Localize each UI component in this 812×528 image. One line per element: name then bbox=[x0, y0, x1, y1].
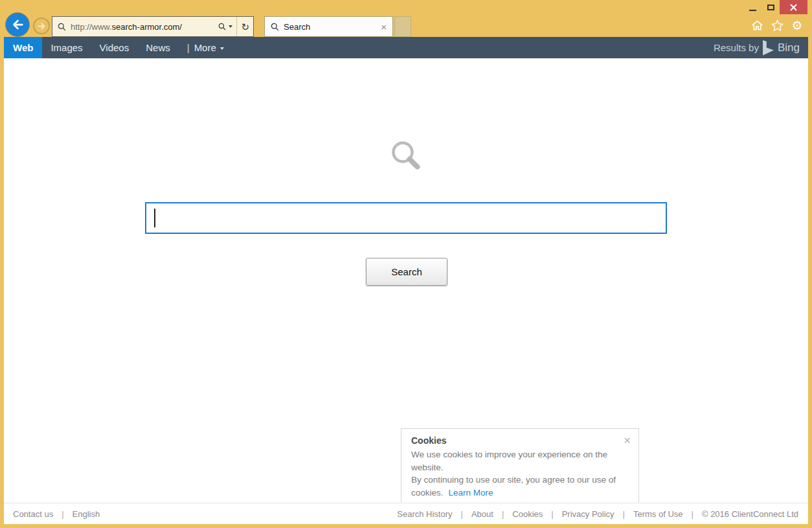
footer-link-privacy-policy[interactable]: Privacy Policy bbox=[562, 509, 615, 519]
back-icon bbox=[10, 17, 25, 32]
nav-tab-news[interactable]: News bbox=[137, 37, 179, 58]
footer-separator: | bbox=[623, 509, 625, 519]
search-icon bbox=[58, 23, 66, 31]
close-button[interactable] bbox=[780, 0, 807, 14]
cookies-title: Cookies bbox=[411, 435, 628, 446]
settings-button[interactable]: ⚙ bbox=[790, 19, 804, 32]
search-input[interactable] bbox=[145, 202, 667, 234]
search-icon bbox=[218, 23, 226, 30]
cookies-popup: Cookies × We use cookies to improve your… bbox=[401, 428, 639, 508]
footer-separator: | bbox=[502, 509, 504, 519]
footer-separator: | bbox=[692, 509, 694, 519]
footer-separator: | bbox=[461, 509, 463, 519]
nav-tab-images[interactable]: Images bbox=[42, 37, 91, 58]
new-tab-button[interactable] bbox=[394, 16, 411, 37]
cookies-message: We use cookies to improve your experienc… bbox=[411, 448, 628, 499]
results-by-label: Results by bbox=[714, 42, 759, 53]
footer-link-terms-of-use[interactable]: Terms of Use bbox=[633, 509, 683, 519]
results-by-bing: Results by Bing bbox=[714, 37, 808, 58]
home-icon bbox=[751, 19, 763, 31]
page-content: Search Cookies × We use cookies to impro… bbox=[4, 58, 808, 503]
bing-label: Bing bbox=[778, 41, 800, 54]
cookies-line-3: cookies.Learn More bbox=[411, 487, 628, 499]
refresh-button[interactable]: ↻ bbox=[237, 17, 253, 36]
nav-more-label: More bbox=[194, 42, 216, 53]
nav-tab-more[interactable]: | More bbox=[179, 37, 232, 58]
footer-separator: | bbox=[551, 509, 553, 519]
nav-more-divider: | bbox=[187, 42, 190, 53]
footer-link-cookies[interactable]: Cookies bbox=[512, 509, 543, 519]
minimize-button[interactable] bbox=[743, 0, 761, 14]
search-icon bbox=[271, 23, 279, 31]
cookies-line-2: By continuing to use our site, you agree… bbox=[411, 474, 628, 487]
favorites-button[interactable] bbox=[770, 19, 784, 32]
nav-tab-videos[interactable]: Videos bbox=[91, 37, 138, 58]
maximize-icon bbox=[767, 5, 774, 10]
browser-window: http://www.search-armor.com/ ↻ Search × … bbox=[0, 0, 812, 528]
refresh-icon: ↻ bbox=[241, 22, 249, 32]
url-text[interactable]: http://www.search-armor.com/ bbox=[71, 22, 214, 32]
browser-tab[interactable]: Search × bbox=[264, 16, 393, 37]
forward-icon bbox=[37, 21, 47, 31]
cookies-close-button[interactable]: × bbox=[624, 434, 631, 446]
forward-button[interactable] bbox=[33, 17, 50, 34]
url-prefix: http://www. bbox=[71, 22, 112, 32]
home-button[interactable] bbox=[750, 19, 764, 32]
footer-copyright: © 2016 ClientConnect Ltd bbox=[702, 509, 798, 519]
back-button[interactable] bbox=[5, 12, 30, 37]
caret-down-icon bbox=[229, 25, 232, 28]
nav-tab-web[interactable]: Web bbox=[4, 37, 42, 58]
footer-left-links: Contact us | English bbox=[13, 509, 100, 519]
search-button[interactable]: Search bbox=[366, 258, 447, 286]
text-caret bbox=[154, 209, 155, 227]
footer-link-english[interactable]: English bbox=[73, 509, 100, 519]
maximize-button[interactable] bbox=[761, 0, 780, 14]
footer-link-about[interactable]: About bbox=[471, 509, 493, 519]
close-icon bbox=[790, 4, 797, 11]
tab-close-button[interactable]: × bbox=[381, 22, 387, 32]
footer-link-contact-us[interactable]: Contact us bbox=[13, 509, 53, 519]
search-navbar: Web Images Videos News | More Results by… bbox=[4, 37, 808, 58]
bing-icon bbox=[763, 40, 774, 56]
footer-right-links: Search History | About | Cookies | Priva… bbox=[397, 509, 798, 519]
url-domain: search-armor.com/ bbox=[112, 22, 182, 32]
footer-separator: | bbox=[62, 509, 63, 519]
search-icon bbox=[387, 137, 426, 179]
cookies-line-1: We use cookies to improve your experienc… bbox=[411, 448, 628, 474]
address-search-dropdown[interactable] bbox=[214, 17, 236, 36]
favorites-icon bbox=[771, 19, 784, 31]
minimize-icon bbox=[749, 10, 756, 11]
footer: Contact us | English Search History | Ab… bbox=[4, 503, 808, 524]
learn-more-link[interactable]: Learn More bbox=[449, 488, 493, 498]
address-bar[interactable]: http://www.search-armor.com/ ↻ bbox=[52, 16, 254, 37]
footer-link-search-history[interactable]: Search History bbox=[397, 509, 452, 519]
caret-down-icon bbox=[220, 47, 224, 50]
tab-title: Search bbox=[284, 22, 381, 32]
settings-icon: ⚙ bbox=[791, 19, 802, 32]
